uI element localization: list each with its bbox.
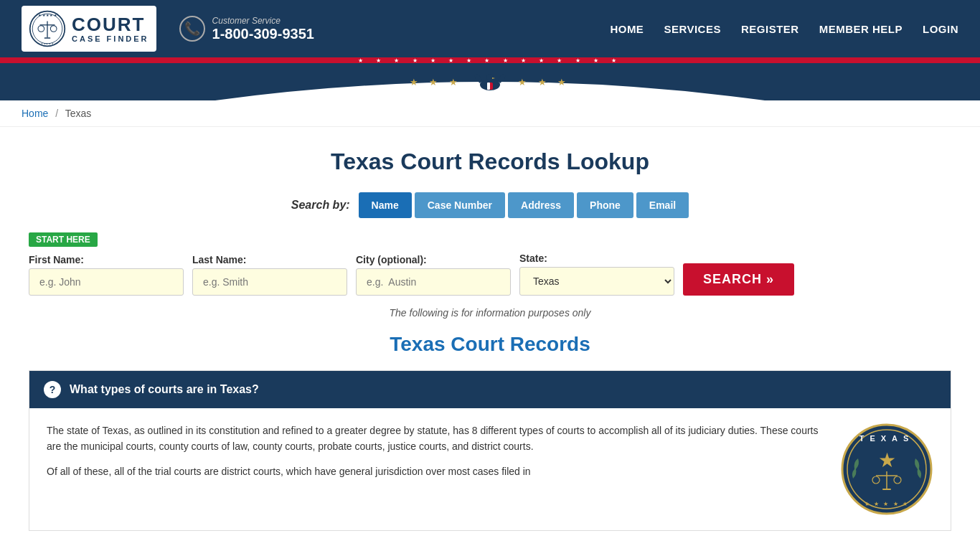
start-here-badge: START HERE: [29, 232, 98, 247]
logo-text: COURT CASE FINDER: [72, 14, 149, 44]
cs-phone: 1-800-309-9351: [212, 26, 314, 42]
logo-court-label: COURT: [72, 14, 149, 35]
nav-register[interactable]: REGISTER: [741, 23, 799, 35]
form-fields: First Name: Last Name: City (optional): …: [29, 253, 951, 296]
search-by-row: Search by: Name Case Number Address Phon…: [29, 192, 951, 218]
page-title: Texas Court Records Lookup: [29, 149, 951, 175]
logo-emblem: ★ ★ ★ ★ ★ ★ ★ ★ ★ ★: [29, 10, 66, 47]
tab-phone[interactable]: Phone: [577, 192, 633, 218]
tab-email[interactable]: Email: [636, 192, 689, 218]
hero-band: ★ ★ ★ ★ ★ ★ ★ ★ ★ ★ ★ ★ ★ ★ ★ ★ ★ ★: [0, 57, 980, 100]
first-name-input[interactable]: [29, 268, 184, 296]
faq-question-text-0: What types of courts are in Texas?: [70, 383, 259, 396]
cs-text: Customer Service 1-800-309-9351: [212, 16, 314, 42]
breadcrumb-home[interactable]: Home: [22, 108, 48, 119]
svg-text:TEXAS: TEXAS: [859, 434, 915, 443]
svg-point-6: [50, 26, 57, 32]
cs-label: Customer Service: [212, 16, 314, 26]
nav-member-help[interactable]: MEMBER HELP: [819, 23, 903, 35]
first-name-group: First Name:: [29, 254, 184, 296]
search-form-area: START HERE First Name: Last Name: City (…: [29, 232, 951, 296]
faq-para-1: Of all of these, all of the trial courts…: [47, 463, 823, 479]
stars-right: ★ ★ ★: [518, 77, 570, 88]
phone-icon: 📞: [179, 16, 205, 42]
svg-text:★ ★ ★ ★ ★: ★ ★ ★ ★ ★: [864, 501, 909, 507]
nav-home[interactable]: HOME: [610, 23, 644, 35]
section-title: Texas Court Records: [29, 333, 951, 356]
tab-address[interactable]: Address: [508, 192, 574, 218]
state-group: State: Texas Alabama California Florida: [519, 253, 674, 296]
svg-text:★ ★ ★ ★ ★: ★ ★ ★ ★ ★: [41, 42, 55, 45]
last-name-group: Last Name:: [192, 254, 347, 296]
first-name-label: First Name:: [29, 254, 184, 265]
breadcrumb-current: Texas: [65, 108, 92, 119]
texas-seal: TEXAS ★ ★ ★ ★ ★ ★: [840, 423, 933, 516]
nav-services[interactable]: SERVICES: [664, 23, 721, 35]
svg-rect-7: [44, 37, 51, 39]
site-header: ★ ★ ★ ★ ★ ★ ★ ★ ★ ★ COURT CASE FINDER 📞 …: [0, 0, 980, 57]
faq-text-0: The state of Texas, as outlined in its c…: [47, 423, 823, 516]
svg-point-11: [486, 74, 494, 81]
logo-box: ★ ★ ★ ★ ★ ★ ★ ★ ★ ★ COURT CASE FINDER: [22, 6, 156, 52]
search-button[interactable]: SEARCH »: [683, 263, 794, 296]
eagle-icon: [472, 69, 508, 95]
state-label: State:: [519, 253, 674, 264]
breadcrumb-separator: /: [55, 108, 58, 119]
faq-question-icon: ?: [44, 381, 61, 398]
state-select[interactable]: Texas Alabama California Florida: [519, 267, 674, 296]
last-name-label: Last Name:: [192, 254, 347, 265]
logo-case-finder-label: CASE FINDER: [72, 34, 149, 43]
faq-body-0: The state of Texas, as outlined in its c…: [29, 408, 951, 530]
main-content: Texas Court Records Lookup Search by: Na…: [0, 127, 980, 551]
nav-login[interactable]: LOGIN: [923, 23, 958, 35]
breadcrumb-bar: Home / Texas: [0, 100, 980, 127]
search-by-label: Search by:: [291, 199, 350, 212]
last-name-input[interactable]: [192, 268, 347, 296]
info-note: The following is for information purpose…: [29, 307, 951, 319]
tab-name[interactable]: Name: [359, 192, 412, 218]
logo-area: ★ ★ ★ ★ ★ ★ ★ ★ ★ ★ COURT CASE FINDER 📞 …: [22, 6, 314, 52]
svg-rect-22: [882, 489, 891, 490]
stars-left: ★ ★ ★: [410, 77, 462, 88]
svg-point-5: [38, 26, 44, 32]
tab-case-number[interactable]: Case Number: [415, 192, 505, 218]
svg-rect-13: [487, 83, 490, 90]
city-input[interactable]: [356, 268, 511, 296]
customer-service: 📞 Customer Service 1-800-309-9351: [179, 16, 314, 42]
faq-header-0[interactable]: ? What types of courts are in Texas?: [29, 371, 951, 408]
faq-item-0: ? What types of courts are in Texas? The…: [29, 370, 951, 531]
svg-text:★ ★ ★ ★ ★: ★ ★ ★ ★ ★: [38, 13, 57, 17]
main-nav: HOME SERVICES REGISTER MEMBER HELP LOGIN: [610, 23, 958, 35]
svg-text:★: ★: [878, 449, 896, 471]
faq-para-0: The state of Texas, as outlined in its c…: [47, 423, 823, 455]
tab-buttons: Name Case Number Address Phone Email: [359, 192, 689, 218]
city-label: City (optional):: [356, 254, 511, 265]
city-group: City (optional):: [356, 254, 511, 296]
